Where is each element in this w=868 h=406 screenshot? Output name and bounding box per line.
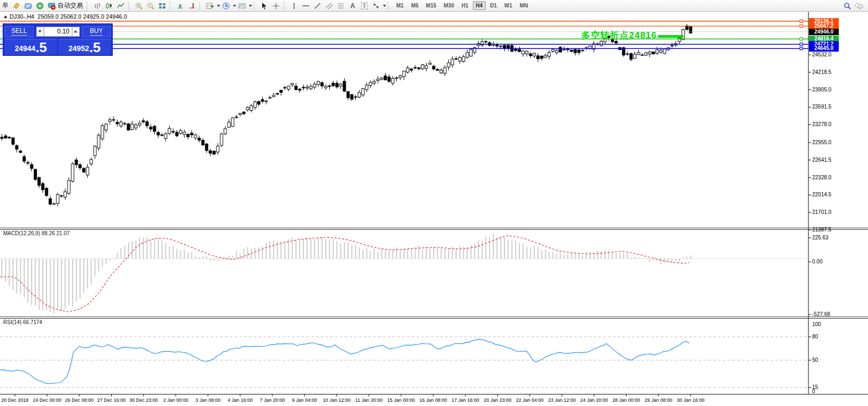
buy-price-main: 24952 [69,43,89,54]
price-scale-label: 22014.5 [812,192,844,198]
bar-chart-icon[interactable] [92,1,103,11]
price-scale-label: 22641.5 [812,157,844,163]
channel-icon[interactable] [324,1,335,11]
line-chart-icon[interactable] [115,1,126,11]
order-label[interactable]: 单 [2,1,9,10]
arrows-icon[interactable] [371,1,381,11]
timeframe-h4[interactable]: H4 [473,1,486,10]
periods-dropdown[interactable] [233,5,236,7]
add-indicator-dropdown[interactable] [217,5,220,7]
toolbar-separator [170,2,173,10]
rsi-label: RSI(14) 66.7174 [3,319,42,325]
volume-up-button[interactable] [72,27,80,37]
text-tool-glyph: A [350,2,355,10]
mt4-window: 单 自动交易 [0,0,868,406]
rsi-scale-label: 50 [812,357,844,363]
periods-icon[interactable] [221,1,231,11]
volume-input[interactable] [44,27,72,37]
toolbar-separator [87,2,90,10]
rsi-scale-label: 80 [812,334,844,340]
one-click-trading-panel: SELL BUY 24944 .5 24952 .5 [3,23,113,56]
chart-symbol: DJ30-,H4 [10,13,34,20]
sell-button[interactable]: SELL [5,26,34,37]
candlestick-icon[interactable] [104,1,114,11]
ohlc-low: 24925.0 [83,13,104,20]
autotrade-label[interactable]: 自动交易 [57,1,83,10]
price-scale-label: 21387.5 [812,227,844,233]
fibonacci-icon[interactable] [336,1,346,11]
toolbar-separator [128,2,131,10]
new-order-icon[interactable] [11,1,22,11]
price-badge: 24946.0 [809,29,839,35]
ohlc-high: 25062.0 [60,13,81,20]
macd-scale-label: 0.00 [812,259,844,265]
template-icon[interactable] [237,1,247,11]
zoom-out-icon[interactable] [145,1,156,11]
chart-shift-icon[interactable] [187,1,197,11]
arrows-dropdown[interactable] [383,5,386,7]
market-watch-icon[interactable] [23,1,34,11]
rsi-scale-label: 100 [812,321,844,328]
time-axis-label: 30 Jan 16:00 [672,397,710,403]
price-scale-label: 24218.5 [812,69,844,76]
price-scale-label: 22328.0 [812,175,844,181]
label-tool-glyph: T [361,2,368,10]
crosshair-icon[interactable] [271,1,281,11]
timeframe-m5[interactable]: M5 [408,1,422,10]
sell-price-main: 24944 [15,43,36,54]
horizontal-line-icon[interactable] [301,1,311,11]
chart-canvas[interactable] [0,0,868,406]
sell-price[interactable]: 24944 .5 [5,39,57,55]
vertical-line-icon[interactable] [289,1,299,11]
trendline-icon[interactable] [312,1,323,11]
timeframe-m30[interactable]: M30 [440,1,457,10]
buy-price-frac: .5 [89,40,101,54]
add-indicator-icon[interactable] [205,1,215,11]
template-dropdown[interactable] [249,5,252,7]
rsi-scale-label: 0 [812,388,844,395]
macd-label: MACD(12,26,9) 88.26 21.07 [3,230,70,236]
timeframe-d1[interactable]: D1 [487,1,500,10]
macd-scale-label: 225.63 [812,235,844,241]
ohlc-close: 24946.0 [106,13,127,20]
auto-scroll-icon[interactable] [175,1,186,11]
sell-price-frac: .5 [36,40,47,54]
toolbar: 单 自动交易 [0,0,868,12]
buy-price[interactable]: 24952 .5 [59,39,111,55]
cursor-icon[interactable] [259,1,270,11]
chart-title: DJ30-,H4 25059.0 25062.0 24925.0 24946.0 [10,13,127,20]
zoom-in-icon[interactable] [133,1,144,11]
timeframe-w1[interactable]: W1 [501,1,515,10]
text-tool-icon[interactable]: A [347,1,358,11]
timeframe-bar: M1M5M15M30H1H4D1W1MN [393,1,532,10]
symbol-marker-icon: ▲ [3,14,8,19]
price-badge: 24645.0 [809,45,839,52]
toolbar-separator [388,2,391,10]
toolbar-separator [254,2,257,10]
macd-scale-label: -527.68 [812,311,844,318]
timeframe-m15[interactable]: M15 [423,1,439,10]
buy-button[interactable]: BUY [82,26,111,37]
label-tool-icon[interactable]: T [359,1,370,11]
pivot-annotation: 多空转折点24816 [553,29,657,42]
timeframe-mn[interactable]: MN [516,1,531,10]
signals-icon[interactable] [35,1,45,11]
price-scale-label: 23278.0 [812,121,844,128]
timeframe-m1[interactable]: M1 [393,1,407,10]
autotrade-icon[interactable] [46,1,57,11]
pivot-line-segment [658,35,683,38]
volume-down-button[interactable] [36,27,44,37]
tile-windows-icon[interactable] [157,1,168,11]
chat-icon[interactable] [854,1,864,11]
price-scale-label: 22955.0 [812,139,844,146]
timeframe-h1[interactable]: H1 [458,1,472,10]
ohlc-open: 25059.0 [38,13,59,20]
toolbar-separator [199,2,203,10]
search-icon[interactable] [842,1,853,11]
price-scale-label: 24532.0 [812,52,844,58]
price-scale-label: 23905.0 [812,87,844,93]
price-scale-label: 23591.5 [812,104,844,110]
toolbar-separator [283,2,287,10]
price-scale-label: 21701.0 [812,209,844,216]
